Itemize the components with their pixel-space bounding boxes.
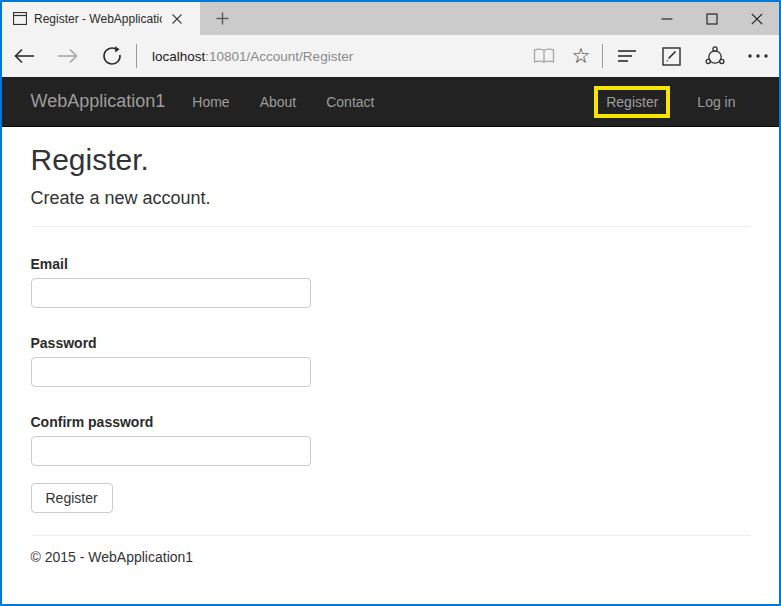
page-icon: [13, 12, 27, 25]
share-icon: [705, 46, 725, 66]
page-title: Register.: [31, 143, 751, 176]
register-form: Email Password Confirm password Register: [31, 255, 751, 513]
navbar: WebApplication1 Home About Contact Regis…: [2, 77, 779, 127]
browser-tab[interactable]: Register - WebApplication1: [2, 2, 200, 35]
forward-icon: [57, 48, 79, 64]
book-icon: [533, 48, 555, 64]
nav-link-register[interactable]: Register: [606, 94, 658, 110]
browser-window: Register - WebApplication1: [0, 0, 781, 606]
titlebar-drag-area: [244, 2, 644, 35]
hub-lines-icon: [617, 48, 637, 64]
refresh-icon: [102, 46, 122, 66]
web-note-button[interactable]: [649, 35, 693, 77]
nav-link-about[interactable]: About: [245, 77, 312, 127]
footer: © 2015 - WebApplication1: [31, 535, 751, 565]
maximize-button[interactable]: [689, 2, 734, 35]
confirm-password-label: Confirm password: [31, 413, 751, 431]
toolbar-divider: [602, 44, 603, 68]
favorites-button[interactable]: ☆: [562, 35, 600, 77]
reading-view-button[interactable]: [526, 35, 562, 77]
minimize-button[interactable]: [644, 2, 689, 35]
page-body: Register. Create a new account. Email Pa…: [2, 127, 779, 604]
close-button[interactable]: [734, 2, 779, 35]
address-bar[interactable]: localhost:10801/Account/Register: [152, 49, 353, 64]
confirm-password-field[interactable]: [31, 436, 311, 466]
toolbar-divider: [136, 44, 137, 68]
toolbar: localhost:10801/Account/Register ☆: [2, 35, 779, 77]
plus-icon: [216, 12, 229, 25]
web-note-icon: [662, 47, 681, 66]
email-label: Email: [31, 255, 751, 273]
close-icon: [751, 13, 763, 25]
forward-button[interactable]: [46, 35, 90, 77]
divider: [31, 226, 751, 227]
more-dots-icon: [747, 54, 769, 58]
copyright-text: © 2015 - WebApplication1: [31, 549, 751, 565]
back-icon: [13, 48, 35, 64]
share-button[interactable]: [693, 35, 737, 77]
url-path: :10801/Account/Register: [205, 49, 353, 64]
page-subtitle: Create a new account.: [31, 188, 751, 208]
footer-divider: [31, 535, 751, 536]
register-button[interactable]: Register: [31, 483, 113, 513]
password-label: Password: [31, 334, 751, 352]
refresh-button[interactable]: [90, 35, 134, 77]
maximize-icon: [706, 13, 718, 25]
password-field[interactable]: [31, 357, 311, 387]
star-icon: ☆: [572, 46, 591, 67]
hub-button[interactable]: [605, 35, 649, 77]
email-field[interactable]: [31, 278, 311, 308]
minimize-icon: [661, 13, 673, 25]
titlebar: Register - WebApplication1: [2, 2, 779, 35]
tab-title: Register - WebApplication1: [34, 12, 162, 26]
nav-link-contact[interactable]: Contact: [311, 77, 389, 127]
nav-link-login[interactable]: Log in: [682, 77, 750, 127]
nav-link-home[interactable]: Home: [177, 77, 244, 127]
more-button[interactable]: [737, 35, 779, 77]
register-highlight-box: Register: [594, 86, 670, 118]
tab-close-icon[interactable]: [162, 2, 192, 35]
navbar-brand[interactable]: WebApplication1: [31, 91, 166, 112]
url-host: localhost: [152, 49, 205, 64]
back-button[interactable]: [2, 35, 46, 77]
new-tab-button[interactable]: [200, 2, 244, 35]
